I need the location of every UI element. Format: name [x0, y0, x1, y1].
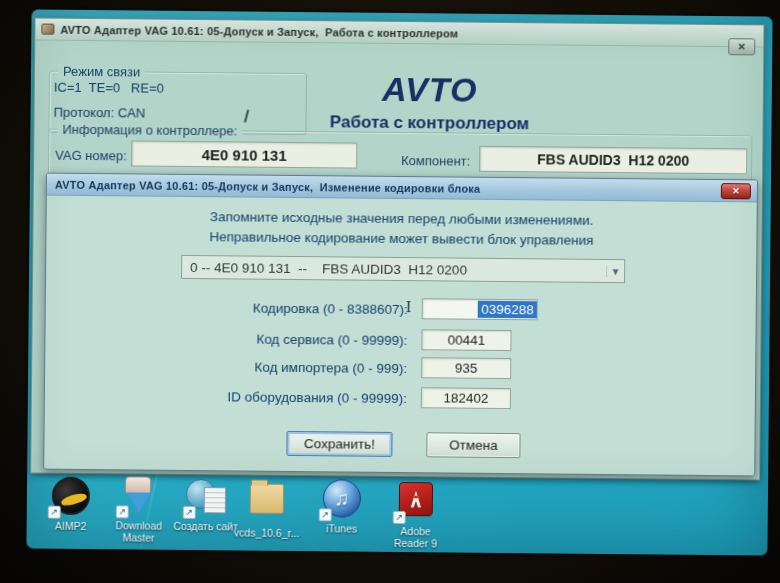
desktop-icon-label: Создать сайт	[173, 520, 239, 533]
app-icon	[41, 24, 54, 35]
service-code-label: Код сервиса (0 - 99999):	[45, 330, 407, 348]
coding-value-selected: 0396288	[478, 301, 537, 319]
importer-code-label: Код импортера (0 - 999):	[45, 358, 407, 376]
protocol-text: Протокол: CAN	[54, 105, 146, 121]
desktop-icon-download-master[interactable]: ↗ Download Master	[105, 476, 172, 544]
component-label: Компонент:	[401, 153, 470, 169]
service-code-input[interactable]: 00441	[421, 329, 511, 351]
desktop-icon-create-site[interactable]: ↗ Создать сайт	[173, 477, 240, 533]
save-button[interactable]: Сохранить!	[286, 431, 392, 457]
vcds-folder-icon	[250, 484, 284, 514]
coding-label: Кодировка (0 - 8388607):	[46, 299, 408, 317]
monitor-screen: AVTO Адаптер VAG 10.61: 05-Допуск и Запу…	[26, 9, 772, 555]
coding-input[interactable]: 0396288	[422, 298, 538, 320]
warning-line-1: Запомните исходные значения перед любыми…	[47, 208, 757, 230]
dialog-close-button[interactable]: ✕	[721, 183, 751, 199]
main-close-button[interactable]: ✕	[728, 38, 755, 55]
ibeam-cursor: I	[406, 299, 412, 315]
cancel-button[interactable]: Отмена	[426, 432, 520, 458]
desktop-icon-itunes[interactable]: ♫ ↗ iTunes	[309, 478, 376, 535]
desktop-icon-aimp2[interactable]: ↗ AIMP2	[38, 476, 105, 533]
screen-artifact-mark	[244, 109, 249, 122]
comm-status-text: IC=1 TE=0 RE=0	[54, 80, 164, 96]
desktop-icon-label: iTunes	[309, 522, 375, 535]
photo-background: AVTO Адаптер VAG 10.61: 05-Допуск и Запу…	[0, 0, 780, 583]
comm-group-title: Режим связи	[58, 64, 145, 80]
equipment-id-input[interactable]: 182402	[421, 387, 511, 409]
app-logo: AVTO Работа с контроллером	[314, 69, 545, 134]
vag-number-label: VAG номер:	[55, 148, 127, 164]
desktop-icon-vcds-folder[interactable]: vcds_10.6_r...	[234, 477, 301, 539]
importer-code-input[interactable]: 935	[421, 357, 511, 379]
chevron-down-icon[interactable]: ▼	[606, 265, 624, 276]
equipment-id-label: ID оборудования (0 - 99999):	[45, 388, 407, 406]
shortcut-arrow-icon: ↗	[116, 505, 129, 518]
desktop-icon-label: AIMP2	[38, 520, 104, 533]
dialog-titlebar[interactable]: AVTO Адаптер VAG 10.61: 05-Допуск и Запу…	[47, 174, 757, 203]
brand-text: AVTO	[315, 69, 545, 110]
shortcut-arrow-icon: ↗	[183, 506, 196, 519]
desktop-icon-label: Download Master	[105, 519, 171, 544]
desktop-icon-adobe-reader[interactable]: ↗ Adobe Reader 9	[382, 479, 449, 550]
controller-info-title: Информация о контроллере:	[57, 122, 242, 139]
main-titlebar[interactable]: AVTO Адаптер VAG 10.61: 05-Допуск и Запу…	[35, 18, 763, 47]
warning-line-2: Неправильное кодирование может вывести б…	[46, 228, 756, 250]
coding-dialog: AVTO Адаптер VAG 10.61: 05-Допуск и Запу…	[43, 173, 758, 477]
main-window-title: AVTO Адаптер VAG 10.61: 05-Допуск и Запу…	[60, 23, 458, 39]
block-selector-value: 0 -- 4E0 910 131 -- FBS AUDID3 H12 0200	[182, 259, 606, 278]
block-selector-dropdown[interactable]: 0 -- 4E0 910 131 -- FBS AUDID3 H12 0200 …	[181, 255, 625, 283]
desktop-icon-label: vcds_10.6_r...	[234, 526, 300, 539]
shortcut-arrow-icon: ↗	[48, 506, 61, 519]
vag-number-field[interactable]: 4E0 910 131	[131, 140, 357, 168]
dialog-title: AVTO Адаптер VAG 10.61: 05-Допуск и Запу…	[55, 178, 480, 194]
desktop-icon-label: Adobe Reader 9	[382, 525, 448, 550]
component-field[interactable]: FBS AUDID3 H12 0200	[479, 146, 747, 175]
shortcut-arrow-icon: ↗	[393, 511, 406, 524]
shortcut-arrow-icon: ↗	[319, 508, 332, 521]
